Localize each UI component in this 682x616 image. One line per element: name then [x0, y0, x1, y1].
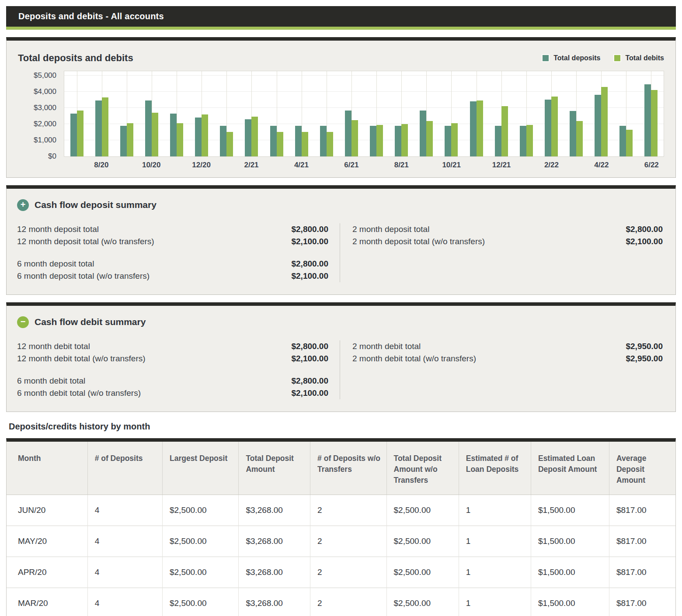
- bar-group: [164, 71, 189, 156]
- x-axis-tick-label: [164, 161, 189, 173]
- deposit-bar: [370, 126, 376, 156]
- summary-row: 12 month debit total (w/o transfers)$2,1…: [17, 353, 328, 365]
- history-column-header: Estimated Loan Deposit Amount: [531, 442, 609, 495]
- history-value-cell: $2,500.00: [386, 495, 459, 526]
- x-axis-tick-label: [114, 161, 139, 173]
- summary-row: 2 month debit total$2,950.00: [352, 340, 663, 353]
- summary-row-label: 2 month debit total (w/o transfers): [352, 353, 476, 365]
- history-table: Month# of DepositsLargest DepositTotal D…: [7, 442, 675, 616]
- legend-label: Total deposits: [553, 54, 600, 62]
- deposit-summary-header: + Cash flow deposit summary: [17, 198, 665, 211]
- summary-row-label: 12 month debit total (w/o transfers): [17, 353, 146, 365]
- chart-legend: Total depositsTotal debits: [542, 54, 664, 62]
- debit-bar: [177, 123, 183, 156]
- bar-group: [539, 71, 564, 156]
- deposit-bar: [644, 84, 651, 156]
- deposit-bar: [170, 114, 177, 156]
- summary-row-value: $2,800.00: [291, 340, 328, 353]
- history-value-cell: $3,268.00: [239, 495, 310, 526]
- deposit-bar: [295, 126, 302, 156]
- deposit-summary-toggle-button[interactable]: +: [17, 199, 29, 211]
- y-axis-tick-label: $0: [48, 152, 56, 160]
- summary-row: 12 month deposit total (w/o transfers)$2…: [17, 235, 328, 248]
- deposit-summary-right-column: 2 month deposit total$2,800.002 month de…: [340, 223, 665, 282]
- debit-bar: [226, 132, 233, 156]
- summary-row-value: $2,800.00: [291, 258, 328, 270]
- bar-group: [514, 71, 539, 156]
- bar-chart: $5,000$4,000$3,000$2,000$1,000$0 8/2010/…: [18, 71, 664, 173]
- deposit-bar: [495, 126, 501, 156]
- deposit-summary-columns: 12 month deposit total$2,800.0012 month …: [17, 223, 665, 282]
- deposit-bar: [220, 126, 226, 156]
- x-axis-tick-label: 12/21: [489, 161, 514, 173]
- deposit-bar: [345, 111, 351, 156]
- history-table-row: MAR/204$2,500.00$3,268.002$2,500.001$1,5…: [7, 588, 675, 616]
- summary-row-value: $2,100.00: [291, 353, 328, 365]
- summary-row: 6 month debit total (w/o transfers)$2,10…: [17, 387, 328, 399]
- debit-bar: [451, 123, 458, 156]
- x-axis-tick-label: [214, 161, 239, 173]
- history-value-cell: 4: [87, 588, 162, 616]
- history-value-cell: $3,268.00: [239, 557, 310, 588]
- summary-row-value: $2,100.00: [291, 235, 328, 248]
- debit-bar: [302, 132, 308, 156]
- x-axis-tick-label: 8/20: [89, 161, 114, 173]
- deposit-bar: [545, 100, 551, 156]
- history-value-cell: $1,500.00: [531, 526, 609, 557]
- history-value-cell: 2: [310, 495, 386, 526]
- debit-bar: [152, 113, 158, 156]
- chart-y-axis: $5,000$4,000$3,000$2,000$1,000$0: [18, 71, 64, 157]
- x-axis-tick-label: 10/21: [439, 161, 464, 173]
- deposit-bar: [95, 100, 102, 156]
- history-value-cell: $817.00: [609, 495, 675, 526]
- debit-bar: [526, 125, 533, 156]
- summary-row: 2 month deposit total$2,800.00: [352, 223, 663, 235]
- x-axis-tick-label: 6/22: [639, 161, 664, 173]
- deposit-bar: [70, 114, 77, 156]
- debit-bar: [401, 124, 408, 156]
- y-axis-tick-label: $5,000: [34, 72, 56, 80]
- y-axis-tick-label: $3,000: [34, 104, 56, 112]
- y-axis-tick-label: $4,000: [34, 88, 56, 96]
- bar-group: [64, 71, 89, 156]
- legend-item: Total debits: [613, 54, 664, 62]
- x-axis-tick-label: [464, 161, 489, 173]
- deposit-summary-panel: + Cash flow deposit summary 12 month dep…: [6, 185, 676, 295]
- summary-row-label: 6 month debit total: [17, 375, 85, 387]
- summary-row-value: $2,800.00: [291, 223, 328, 235]
- history-table-row: MAY/204$2,500.00$3,268.002$2,500.001$1,5…: [7, 526, 675, 557]
- history-value-cell: $2,500.00: [386, 526, 459, 557]
- history-value-cell: 4: [87, 495, 162, 526]
- deposit-bar: [270, 126, 277, 156]
- history-value-cell: 2: [310, 588, 386, 616]
- history-value-cell: $2,500.00: [386, 557, 459, 588]
- bar-group: [89, 71, 114, 156]
- history-month-cell: MAY/20: [7, 526, 87, 557]
- debit-summary-title: Cash flow debit summary: [35, 317, 146, 327]
- debit-summary-panel: − Cash flow debit summary 12 month debit…: [6, 302, 676, 412]
- bar-group: [189, 71, 214, 156]
- x-axis-tick-label: 8/21: [389, 161, 414, 173]
- summary-row-label: 12 month deposit total (w/o transfers): [17, 235, 154, 248]
- summary-row-label: 12 month debit total: [17, 340, 90, 353]
- bar-group: [414, 71, 439, 156]
- chart-panel: Total deposits and debits Total deposits…: [6, 37, 676, 178]
- debit-summary-toggle-button[interactable]: −: [17, 316, 29, 328]
- history-value-cell: 1: [459, 588, 531, 616]
- history-value-cell: $3,268.00: [239, 588, 310, 616]
- history-table-row: JUN/204$2,500.00$3,268.002$2,500.001$1,5…: [7, 495, 675, 526]
- bar-group: [214, 71, 239, 156]
- history-value-cell: $817.00: [609, 526, 675, 557]
- bar-group: [239, 71, 264, 156]
- x-axis-tick-label: 4/22: [589, 161, 614, 173]
- debit-bar: [376, 125, 383, 156]
- summary-row: 2 month debit total (w/o transfers)$2,95…: [352, 353, 663, 365]
- summary-row: 12 month debit total$2,800.00: [17, 340, 328, 353]
- history-value-cell: $2,500.00: [162, 495, 238, 526]
- history-column-header: Total Deposit Amount w/o Transfers: [386, 442, 459, 495]
- history-month-cell: JUN/20: [7, 495, 87, 526]
- bar-group: [589, 71, 614, 156]
- deposit-bar: [445, 126, 451, 156]
- history-column-header: Month: [7, 442, 87, 495]
- deposit-bar: [320, 126, 327, 156]
